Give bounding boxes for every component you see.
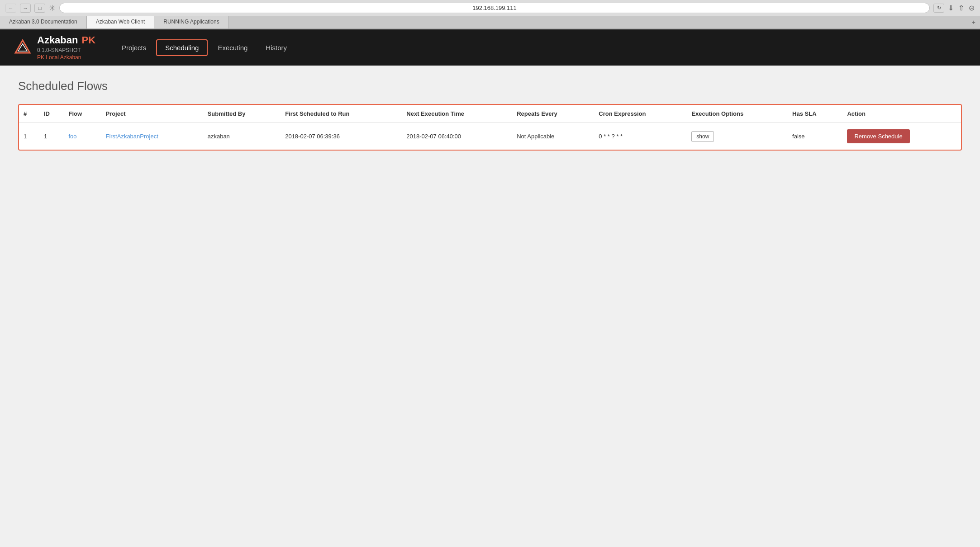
cell-action: Remove Schedule [842, 123, 961, 150]
cell-first-scheduled: 2018-02-07 06:39:36 [281, 123, 402, 150]
project-link[interactable]: FirstAzkabanProject [105, 133, 158, 140]
col-project: Project [101, 105, 203, 123]
nav-executing[interactable]: Executing [209, 40, 256, 55]
browser-actions: ⇓ ⇧ ⊝ [948, 4, 975, 12]
col-first-scheduled: First Scheduled to Run [281, 105, 402, 123]
cell-project: FirstAzkabanProject [101, 123, 203, 150]
table-row: 1 1 foo FirstAzkabanProject azkaban 2018… [19, 123, 961, 150]
back-button[interactable]: ← [5, 4, 16, 13]
cell-next-execution: 2018-02-07 06:40:00 [402, 123, 512, 150]
cell-execution-options: show [687, 123, 788, 150]
browser-toolbar: ← → □ ✳ ↻ ⇓ ⇧ ⊝ [0, 0, 980, 16]
col-action: Action [842, 105, 961, 123]
remove-schedule-button[interactable]: Remove Schedule [847, 129, 909, 143]
nav-projects[interactable]: Projects [114, 40, 154, 55]
cell-repeats-every: Not Applicable [512, 123, 594, 150]
nav-scheduling[interactable]: Scheduling [156, 39, 208, 56]
tab-running[interactable]: RUNNING Applications [154, 16, 228, 28]
cell-cron-expression: 0 * * ? * * [594, 123, 687, 150]
scheduled-flows-table: # ID Flow Project Submitted By First Sch… [19, 105, 961, 150]
cell-submitted-by: azkaban [203, 123, 281, 150]
col-next-execution: Next Execution Time [402, 105, 512, 123]
pk-local-text: PK Local Azkaban [37, 53, 95, 61]
col-execution-options: Execution Options [687, 105, 788, 123]
share-icon[interactable]: ⇧ [958, 4, 964, 12]
logo-section: Azkaban PK 0.1.0-SNAPSHOT PK Local Azkab… [14, 34, 95, 61]
show-execution-options-button[interactable]: show [691, 131, 714, 142]
new-tab-button[interactable]: + [967, 16, 980, 28]
nav-menu: Projects Scheduling Executing History [114, 39, 295, 56]
col-id: ID [39, 105, 64, 123]
logo-text-block: Azkaban PK 0.1.0-SNAPSHOT PK Local Azkab… [37, 34, 95, 61]
nav-history[interactable]: History [257, 40, 295, 55]
tab-view-button[interactable]: □ [34, 4, 45, 13]
col-has-sla: Has SLA [788, 105, 842, 123]
page-content: Scheduled Flows # ID Flow Project Submit… [0, 66, 980, 382]
app-header: Azkaban PK 0.1.0-SNAPSHOT PK Local Azkab… [0, 29, 980, 66]
cell-id: 1 [39, 123, 64, 150]
cell-has-sla: false [788, 123, 842, 150]
loading-spinner-icon: ✳ [49, 3, 56, 13]
col-cron-expression: Cron Expression [594, 105, 687, 123]
flow-link[interactable]: foo [69, 133, 77, 140]
cell-num: 1 [19, 123, 39, 150]
logo-title-text: Azkaban [37, 34, 78, 46]
col-repeats-every: Repeats Every [512, 105, 594, 123]
scheduled-flows-table-container: # ID Flow Project Submitted By First Sch… [18, 104, 962, 151]
tab-docs[interactable]: Azkaban 3.0 Documentation [0, 16, 87, 28]
azkaban-logo-icon [14, 38, 32, 57]
col-submitted-by: Submitted By [203, 105, 281, 123]
browser-chrome: ← → □ ✳ ↻ ⇓ ⇧ ⊝ Azkaban 3.0 Documentatio… [0, 0, 980, 29]
refresh-button[interactable]: ↻ [933, 4, 944, 13]
pk-badge: PK [81, 34, 95, 46]
address-bar[interactable] [59, 3, 930, 13]
version-text: 0.1.0-SNAPSHOT [37, 46, 95, 53]
page-title: Scheduled Flows [18, 79, 962, 93]
tabs-row: Azkaban 3.0 Documentation Azkaban Web Cl… [0, 16, 980, 29]
tab-webclient[interactable]: Azkaban Web Client [87, 16, 155, 28]
cell-flow: foo [64, 123, 101, 150]
col-flow: Flow [64, 105, 101, 123]
download-icon[interactable]: ⇓ [948, 4, 954, 12]
forward-button[interactable]: → [20, 4, 31, 13]
col-num: # [19, 105, 39, 123]
fullscreen-icon[interactable]: ⊝ [969, 4, 975, 12]
